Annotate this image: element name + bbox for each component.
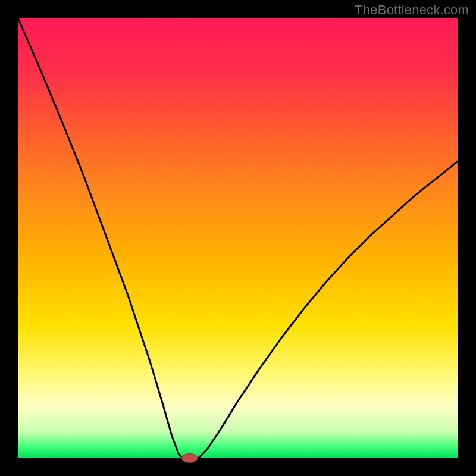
bottleneck-chart — [0, 0, 476, 476]
chart-frame: { "watermark": "TheBottleneck.com", "col… — [0, 0, 476, 476]
plot-area — [18, 18, 458, 458]
optimal-marker — [181, 454, 198, 463]
